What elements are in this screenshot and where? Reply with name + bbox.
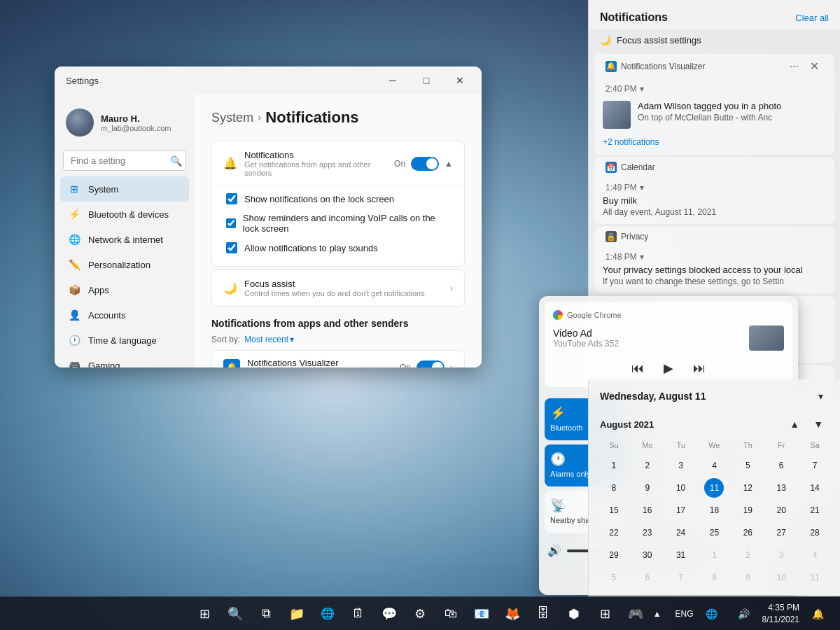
- app-chevron-visualizer[interactable]: ›: [450, 363, 453, 368]
- checkbox-lockscreen-notifications-input[interactable]: [226, 193, 237, 204]
- taskbar-store-button[interactable]: 🛍: [437, 600, 465, 628]
- cal-cell-26[interactable]: 26: [738, 523, 757, 542]
- cal-cell-sep3[interactable]: 3: [771, 545, 791, 565]
- taskbar-network-icon[interactable]: 🌐: [698, 600, 726, 628]
- cal-cell-9[interactable]: 9: [638, 478, 657, 498]
- taskbar-clock[interactable]: 4:35 PM 8/11/2021: [762, 602, 799, 626]
- media-next-button[interactable]: ⏭: [690, 358, 708, 379]
- cal-cell-12[interactable]: 12: [738, 478, 757, 498]
- taskbar-app1-button[interactable]: ⬢: [560, 600, 588, 628]
- cal-cell-4[interactable]: 4: [704, 456, 724, 475]
- cal-cell-30[interactable]: 30: [638, 545, 657, 565]
- taskbar-firefox-button[interactable]: 🦊: [498, 600, 526, 628]
- taskbar-xbox-button[interactable]: 🎮: [622, 600, 650, 628]
- notif-title-visualizer: Adam Wilson tagged you in a photo: [638, 101, 826, 111]
- sidebar-item-network[interactable]: 🌐 Network & internet: [60, 227, 189, 252]
- cal-cell-16[interactable]: 16: [638, 500, 657, 520]
- calendar-prev-button[interactable]: ▲: [784, 416, 805, 433]
- search-input[interactable]: [63, 150, 186, 171]
- notifications-expand-icon[interactable]: ▲: [444, 159, 453, 169]
- cal-cell-1[interactable]: 1: [604, 456, 624, 475]
- taskbar-volume-icon[interactable]: 🔊: [730, 600, 758, 628]
- taskbar-fileexplorer-button[interactable]: 📁: [283, 600, 311, 628]
- notifications-header: 🔔 Notifications Get notifications from a…: [212, 141, 464, 186]
- sort-button[interactable]: Most recent ▾: [244, 335, 294, 344]
- cal-cell-sep8[interactable]: 8: [704, 568, 724, 587]
- sidebar-item-time[interactable]: 🕐 Time & language: [60, 328, 189, 353]
- cal-cell-sep2[interactable]: 2: [738, 545, 757, 565]
- cal-cell-22[interactable]: 22: [604, 523, 624, 542]
- cal-cell-2[interactable]: 2: [638, 456, 657, 475]
- cal-cell-sep1[interactable]: 1: [704, 545, 724, 565]
- cal-cell-3[interactable]: 3: [671, 456, 691, 475]
- cal-cell-10[interactable]: 10: [671, 478, 691, 498]
- sidebar-item-gaming[interactable]: 🎮 Gaming: [60, 353, 189, 368]
- taskbar-calendar-app-button[interactable]: 🗓: [344, 600, 372, 628]
- sidebar-item-accounts[interactable]: 👤 Accounts: [60, 302, 189, 328]
- calendar-month-title[interactable]: August 2021: [600, 419, 654, 430]
- cal-cell-17[interactable]: 17: [671, 500, 691, 520]
- taskbar-taskview-button[interactable]: ⧉: [252, 600, 280, 628]
- cal-cell-20[interactable]: 20: [771, 500, 791, 520]
- cal-cell-13[interactable]: 13: [771, 478, 791, 498]
- cal-cell-sep6[interactable]: 6: [638, 568, 657, 587]
- taskbar-search-button[interactable]: 🔍: [221, 600, 249, 628]
- sidebar-item-system[interactable]: ⊞ System: [60, 176, 189, 202]
- start-button[interactable]: ⊞: [190, 600, 218, 628]
- cal-cell-31[interactable]: 31: [671, 545, 691, 565]
- cal-cell-5[interactable]: 5: [738, 456, 757, 475]
- search-icon-button[interactable]: 🔍: [170, 155, 182, 167]
- minimize-button[interactable]: ─: [377, 69, 409, 92]
- taskbar-settings-button[interactable]: ⚙: [406, 600, 434, 628]
- clear-all-button[interactable]: Clear all: [795, 13, 829, 23]
- cal-cell-21[interactable]: 21: [805, 500, 825, 520]
- notif-more-button-visualizer[interactable]: +2 notifications: [603, 137, 659, 147]
- taskbar-chat-button[interactable]: 💬: [375, 600, 403, 628]
- cal-cell-sep7[interactable]: 7: [671, 568, 691, 587]
- focus-assist-link[interactable]: 🌙 Focus assist settings: [589, 29, 840, 51]
- media-play-button[interactable]: ▶: [661, 358, 676, 379]
- checkbox-sounds-input[interactable]: [226, 242, 237, 253]
- cal-cell-sep5[interactable]: 5: [604, 568, 624, 587]
- taskbar-winget-button[interactable]: ⊞: [591, 600, 619, 628]
- calendar-collapse-button[interactable]: ▾: [813, 388, 829, 405]
- app-toggle-visualizer[interactable]: [416, 360, 444, 368]
- cal-cell-23[interactable]: 23: [638, 523, 657, 542]
- cal-cell-29[interactable]: 29: [604, 545, 624, 565]
- notifications-toggle[interactable]: [411, 157, 439, 171]
- cal-cell-6[interactable]: 6: [771, 456, 791, 475]
- taskbar-folder-button[interactable]: 🗄: [529, 600, 557, 628]
- focus-assist-card[interactable]: 🌙 Focus assist Control times when you do…: [211, 270, 465, 307]
- cal-cell-sep9[interactable]: 9: [738, 568, 757, 587]
- sidebar-item-bluetooth[interactable]: ⚡ Bluetooth & devices: [60, 202, 189, 227]
- cal-cell-8[interactable]: 8: [604, 478, 624, 498]
- cal-cell-sep10[interactable]: 10: [771, 568, 791, 587]
- cal-cell-14[interactable]: 14: [805, 478, 825, 498]
- cal-cell-27[interactable]: 27: [771, 523, 791, 542]
- cal-cell-sep11[interactable]: 11: [805, 568, 825, 587]
- calendar-next-button[interactable]: ▼: [808, 416, 829, 433]
- checkbox-reminders-input[interactable]: [226, 218, 236, 229]
- taskbar-edge-button[interactable]: 🌐: [314, 600, 342, 628]
- cal-cell-28[interactable]: 28: [805, 523, 825, 542]
- cal-cell-18[interactable]: 18: [704, 500, 724, 520]
- cal-cell-15[interactable]: 15: [604, 500, 624, 520]
- cal-cell-7[interactable]: 7: [805, 456, 825, 475]
- cal-cell-24[interactable]: 24: [671, 523, 691, 542]
- cal-cell-sep4[interactable]: 4: [805, 545, 825, 565]
- cal-cell-25[interactable]: 25: [704, 523, 724, 542]
- taskbar-notifications-button[interactable]: 🔔: [804, 600, 832, 628]
- taskbar-mail-button[interactable]: 📧: [468, 600, 496, 628]
- cal-cell-19[interactable]: 19: [738, 500, 757, 520]
- cal-cell-11-today[interactable]: 11: [704, 478, 724, 498]
- notif-time-privacy[interactable]: 1:48 PM ▾: [594, 246, 834, 265]
- maximize-button[interactable]: □: [410, 69, 442, 92]
- notif-time-visualizer[interactable]: 2:40 PM ▾: [594, 78, 834, 97]
- notif-dots-visualizer[interactable]: ···: [785, 58, 803, 74]
- notif-time-calendar[interactable]: 1:49 PM ▾: [594, 177, 834, 195]
- media-previous-button[interactable]: ⏮: [629, 358, 647, 379]
- notif-close-visualizer[interactable]: ✕: [806, 58, 823, 74]
- sidebar-item-apps[interactable]: 📦 Apps: [60, 277, 189, 302]
- close-button[interactable]: ✕: [444, 69, 476, 92]
- sidebar-item-personalization[interactable]: ✏️ Personalization: [60, 252, 189, 277]
